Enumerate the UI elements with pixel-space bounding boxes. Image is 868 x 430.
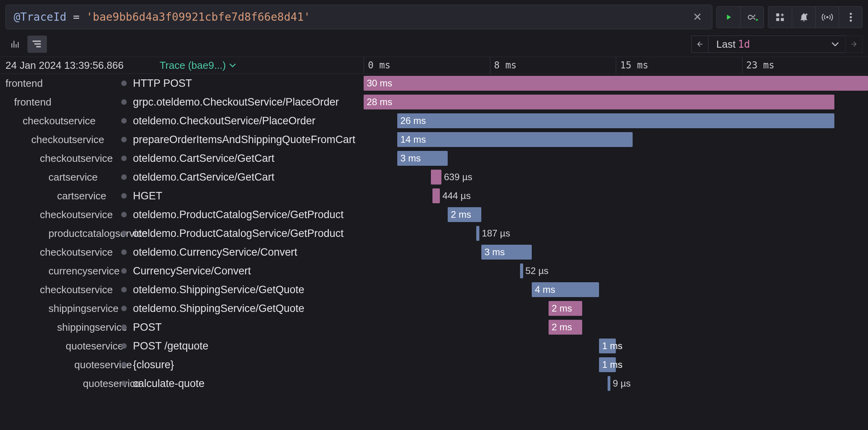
trace-timestamp: 24 Jan 2024 13:39:56.866 [5,59,124,72]
span-row[interactable]: shippingservicePOST2 ms [0,318,868,337]
live-tail-button[interactable] [740,7,764,28]
span-row[interactable]: checkoutserviceoteldemo.CartService/GetC… [0,149,868,168]
span-row[interactable]: checkoutserviceoteldemo.ShippingService/… [0,280,868,299]
alert-button[interactable] [792,7,815,28]
span-name: HTTP POST [133,77,192,90]
span-name: oteldemo.CartService/GetCart [133,152,274,165]
span-name: POST [133,321,162,333]
span-name: HGET [133,190,162,202]
span-dot-icon [121,118,127,124]
timeline-tick: 15 ms [616,57,742,73]
span-dot-icon [121,174,127,180]
span-service: shippingservice [0,303,121,315]
span-dot-icon [121,324,127,330]
span-dot-icon [121,99,127,105]
span-duration: 14 ms [400,134,426,145]
span-bar[interactable]: 1 ms [599,357,616,372]
span-name: oteldemo.ProductCatalogService/GetProduc… [133,228,344,240]
span-bar[interactable]: 1 ms [599,339,616,353]
span-bar[interactable]: 28 ms [364,95,834,109]
span-row[interactable]: checkoutserviceoteldemo.ProductCatalogSe… [0,205,868,224]
span-bar[interactable]: 14 ms [397,132,633,147]
span-row[interactable]: shippingserviceoteldemo.ShippingService/… [0,299,868,318]
span-bar[interactable]: 52 µs [520,263,523,278]
span-dot-icon [121,137,127,142]
span-dot-icon [121,381,127,386]
span-bar[interactable]: 2 ms [549,320,582,335]
span-service: frontend [0,77,121,90]
svg-rect-1 [776,18,779,21]
span-service: cartservice [0,190,121,202]
span-bar[interactable]: 2 ms [549,301,582,316]
svg-rect-7 [32,41,41,42]
span-bar[interactable]: 30 ms [364,76,868,91]
span-dot-icon [121,287,127,292]
run-query-button[interactable] [717,7,740,28]
trace-label-toggle[interactable]: Trace (bae9...) [160,59,236,72]
span-row[interactable]: currencyserviceCurrencyService/Convert52… [0,262,868,280]
span-service: quoteservice [0,378,121,390]
span-bar[interactable]: 3 ms [481,245,532,260]
span-row[interactable]: cartserviceoteldemo.CartService/GetCart6… [0,168,868,186]
infinity-play-icon [746,13,759,22]
span-bar[interactable]: 444 µs [432,188,440,203]
span-service: productcatalogservice [0,228,121,240]
span-bar[interactable]: 3 ms [397,151,448,166]
add-panel-button[interactable] [768,7,792,28]
span-bar[interactable]: 639 µs [431,170,441,185]
span-service: checkoutservice [0,115,121,127]
span-bar[interactable]: 26 ms [397,113,834,128]
span-duration: 4 ms [535,284,555,295]
span-bar[interactable]: 187 µs [476,226,479,241]
span-row[interactable]: quoteservicecalculate-quote9 µs [0,374,868,393]
list-view-button[interactable] [27,36,47,53]
span-duration: 2 ms [552,322,572,333]
span-row[interactable]: productcatalogserviceoteldemo.ProductCat… [0,224,868,243]
span-dot-icon [121,343,127,349]
span-row[interactable]: quoteservice{closure}1 ms [0,355,868,374]
bar-chart-icon [10,39,21,49]
span-row[interactable]: cartserviceHGET444 µs [0,186,868,205]
span-row[interactable]: frontendgrpc.oteldemo.CheckoutService/Pl… [0,93,868,111]
span-bar[interactable]: 2 ms [448,207,481,222]
arrow-right-icon [850,40,858,48]
span-row[interactable]: checkoutserviceoteldemo.CurrencyService/… [0,243,868,262]
span-name: oteldemo.CartService/GetCart [133,171,274,183]
span-duration: 9 µs [613,378,631,389]
span-row[interactable]: frontendHTTP POST30 ms [0,74,868,93]
chevron-down-icon [831,41,839,47]
span-service: quoteservice [0,340,121,352]
broadcast-button[interactable] [815,7,839,28]
span-row[interactable]: checkoutserviceoteldemo.CheckoutService/… [0,111,868,130]
svg-point-4 [850,13,852,14]
span-dot-icon [121,156,127,161]
play-icon [724,13,733,22]
timeline-tick: 23 ms [742,57,868,73]
time-forward-button[interactable] [845,36,863,53]
span-dot-icon [121,249,127,255]
chart-view-button[interactable] [5,36,25,53]
span-name: prepareOrderItemsAndShippingQuoteFromCar… [133,134,355,146]
span-bar[interactable]: 9 µs [608,376,611,391]
span-service: cartservice [0,171,121,183]
time-range-prefix: Last [716,38,735,50]
span-row[interactable]: quoteservicePOST /getquote1 ms [0,337,868,355]
more-menu-button[interactable] [839,7,862,28]
span-dot-icon [121,193,127,199]
span-row[interactable]: checkoutserviceprepareOrderItemsAndShipp… [0,130,868,149]
span-service: currencyservice [0,265,121,277]
span-service: frontend [0,96,121,108]
span-name: calculate-quote [133,378,204,390]
time-back-button[interactable] [691,36,708,53]
span-bar[interactable]: 4 ms [532,282,599,297]
span-duration: 1 ms [602,340,622,351]
clear-query-icon[interactable]: ✕ [690,11,704,23]
svg-point-5 [850,16,852,18]
timeline-tick: 8 ms [490,57,616,73]
time-range-select[interactable]: Last 1d [708,36,845,53]
span-duration: 1 ms [602,359,622,370]
span-name: oteldemo.ShippingService/GetQuote [133,303,304,315]
query-input[interactable]: @TraceId = 'bae9bb6d4a3f09921cbfe7d8f66e… [5,5,712,29]
query-string: 'bae9bb6d4a3f09921cbfe7d8f66e8d41' [86,11,310,23]
span-duration: 639 µs [444,172,472,183]
